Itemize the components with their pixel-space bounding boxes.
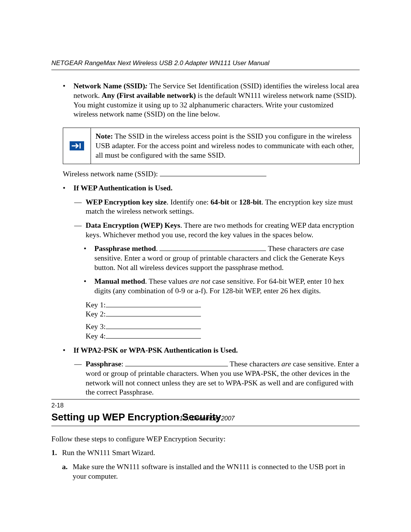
manual-label: Manual method bbox=[94, 277, 145, 285]
section-intro: Follow these steps to configure WEP Encr… bbox=[51, 435, 360, 444]
keysize-64: 64-bit bbox=[210, 198, 229, 206]
key3-label: Key 3: bbox=[86, 322, 106, 332]
wepkeys-label: Data Encryption (WEP) Keys bbox=[86, 221, 180, 229]
ssid-line: Wireless network name (SSID): bbox=[63, 169, 360, 179]
bullet-ssid: • Network Name (SSID): The Service Set I… bbox=[63, 81, 360, 119]
keysize-or: or bbox=[229, 198, 239, 206]
dash-wpa-pass: — Passphrase: These characters are case … bbox=[74, 359, 360, 397]
keysize-t1: . Identify one: bbox=[167, 198, 210, 206]
key-row-2: Key 3: Key 4: bbox=[86, 322, 360, 341]
key2-blank bbox=[106, 316, 201, 316]
section-rule bbox=[51, 426, 360, 426]
dash-wepkeys: — Data Encryption (WEP) Keys. There are … bbox=[74, 221, 360, 240]
wpa-pass-t1: These characters bbox=[228, 360, 282, 368]
key2-label: Key 2: bbox=[86, 310, 106, 319]
step1a-mk: a. bbox=[62, 463, 68, 471]
header-rule bbox=[51, 70, 360, 70]
passphrase-blank bbox=[159, 251, 266, 251]
bullet-manual: • Manual method. These values are not ca… bbox=[84, 277, 360, 296]
note-body: The SSID in the wireless access point is… bbox=[96, 132, 354, 159]
key1-label: Key 1: bbox=[86, 300, 106, 310]
passphrase-are: are bbox=[320, 244, 329, 252]
wpa-heading: If WPA2-PSK or WPA-PSK Authentication is… bbox=[73, 346, 238, 354]
wep-heading: If WEP Authentication is Used. bbox=[73, 184, 172, 192]
page-number: 2-18 bbox=[51, 402, 360, 409]
doc-version: v1.0, December 2007 bbox=[51, 415, 360, 422]
bullet-passphrase: • Passphrase method. These characters ar… bbox=[84, 244, 360, 272]
key-row-1: Key 1: Key 2: bbox=[86, 300, 360, 319]
doc-header: NETGEAR RangeMax Next Wireless USB 2.0 A… bbox=[51, 59, 360, 67]
ssid-blank bbox=[160, 176, 266, 176]
keysize-128: 128-bit bbox=[239, 198, 261, 206]
step1-num: 1. bbox=[51, 449, 57, 457]
key4-label: Key 4: bbox=[86, 332, 106, 341]
wpa-pass-label: Passphrase bbox=[86, 360, 121, 368]
key3-blank bbox=[106, 329, 201, 329]
note-icon-cell bbox=[63, 128, 91, 164]
passphrase-label: Passphrase method bbox=[94, 244, 156, 252]
step-1: 1. Run the WN111 Smart Wizard. bbox=[51, 448, 360, 458]
svg-rect-1 bbox=[80, 143, 81, 149]
step-1a: a. Make sure the WN111 software is insta… bbox=[62, 462, 360, 481]
note-label: Note: bbox=[96, 132, 113, 140]
wpa-pass-colon: : bbox=[121, 360, 125, 368]
manual-t1: . These values bbox=[145, 277, 189, 285]
manual-arenot: are not bbox=[189, 277, 210, 285]
key4-blank bbox=[106, 338, 201, 339]
passphrase-dot: . bbox=[156, 244, 160, 252]
ssid-label: Network Name (SSID) bbox=[73, 82, 145, 90]
bullet-wep: • If WEP Authentication is Used. bbox=[63, 184, 360, 193]
wpa-pass-are: are bbox=[282, 360, 291, 368]
keysize-label: WEP Encryption key size bbox=[86, 198, 167, 206]
key1-blank bbox=[106, 307, 201, 307]
ssid-line-label: Wireless network name (SSID): bbox=[63, 170, 160, 178]
step1-text: Run the WN111 Smart Wizard. bbox=[62, 448, 360, 458]
arrow-icon bbox=[70, 141, 84, 150]
wpa-pass-t2: case sensitive. Enter a word or group of… bbox=[86, 360, 359, 396]
passphrase-t1: These characters bbox=[266, 244, 320, 252]
footer-rule bbox=[51, 399, 360, 399]
note-box: Note: The SSID in the wireless access po… bbox=[63, 128, 360, 164]
bullet-text: Network Name (SSID): The Service Set Ide… bbox=[73, 81, 360, 119]
bullet-marker: • bbox=[63, 81, 73, 119]
note-text: Note: The SSID in the wireless access po… bbox=[91, 128, 359, 164]
dash-keysize: — WEP Encryption key size. Identify one:… bbox=[74, 198, 360, 216]
wpa-pass-blank bbox=[125, 366, 228, 366]
step1a-text: Make sure the WN111 software is installe… bbox=[73, 462, 360, 481]
bullet-wpa: • If WPA2-PSK or WPA-PSK Authentication … bbox=[63, 346, 360, 355]
ssid-any: Any (First available network) bbox=[102, 91, 196, 99]
